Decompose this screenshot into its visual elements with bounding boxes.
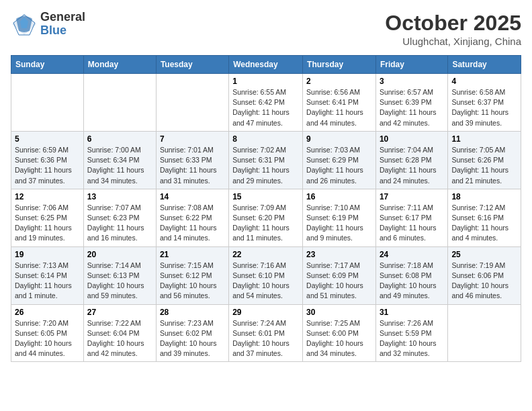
day-number: 8 bbox=[232, 134, 299, 144]
calendar-day-12: 12Sunrise: 7:06 AM Sunset: 6:25 PM Dayli… bbox=[11, 189, 84, 246]
day-number: 20 bbox=[87, 250, 152, 259]
day-info: Sunrise: 6:59 AM Sunset: 6:36 PM Dayligh… bbox=[15, 145, 80, 186]
calendar-day-30: 30Sunrise: 7:25 AM Sunset: 6:00 PM Dayli… bbox=[303, 304, 376, 362]
header-day-wednesday: Wednesday bbox=[229, 56, 303, 74]
calendar-day-14: 14Sunrise: 7:08 AM Sunset: 6:22 PM Dayli… bbox=[156, 189, 228, 246]
calendar-day-19: 19Sunrise: 7:13 AM Sunset: 6:14 PM Dayli… bbox=[11, 246, 84, 304]
day-info: Sunrise: 7:25 AM Sunset: 6:00 PM Dayligh… bbox=[306, 318, 372, 359]
calendar-day-6: 6Sunrise: 7:00 AM Sunset: 6:34 PM Daylig… bbox=[83, 131, 156, 189]
calendar-day-4: 4Sunrise: 6:58 AM Sunset: 6:37 PM Daylig… bbox=[448, 74, 521, 132]
day-info: Sunrise: 7:03 AM Sunset: 6:29 PM Dayligh… bbox=[306, 145, 372, 186]
logo-text: General Blue bbox=[40, 11, 85, 38]
calendar-day-10: 10Sunrise: 7:04 AM Sunset: 6:28 PM Dayli… bbox=[375, 131, 447, 189]
calendar-day-22: 22Sunrise: 7:16 AM Sunset: 6:10 PM Dayli… bbox=[229, 246, 303, 304]
calendar-day-3: 3Sunrise: 6:57 AM Sunset: 6:39 PM Daylig… bbox=[375, 74, 447, 132]
calendar-table: SundayMondayTuesdayWednesdayThursdayFrid… bbox=[11, 55, 521, 362]
header-row: SundayMondayTuesdayWednesdayThursdayFrid… bbox=[11, 56, 521, 74]
day-info: Sunrise: 7:16 AM Sunset: 6:10 PM Dayligh… bbox=[232, 261, 299, 302]
day-info: Sunrise: 6:55 AM Sunset: 6:42 PM Dayligh… bbox=[232, 87, 299, 128]
calendar-header: SundayMondayTuesdayWednesdayThursdayFrid… bbox=[11, 56, 521, 74]
day-info: Sunrise: 7:20 AM Sunset: 6:05 PM Dayligh… bbox=[15, 318, 80, 359]
logo: General Blue bbox=[11, 11, 85, 38]
calendar-body: 1Sunrise: 6:55 AM Sunset: 6:42 PM Daylig… bbox=[11, 74, 521, 362]
day-info: Sunrise: 7:00 AM Sunset: 6:34 PM Dayligh… bbox=[87, 145, 152, 186]
day-info: Sunrise: 7:09 AM Sunset: 6:20 PM Dayligh… bbox=[232, 203, 299, 244]
day-number: 18 bbox=[451, 192, 517, 201]
day-info: Sunrise: 7:13 AM Sunset: 6:14 PM Dayligh… bbox=[15, 261, 80, 302]
calendar-day-7: 7Sunrise: 7:01 AM Sunset: 6:33 PM Daylig… bbox=[156, 131, 228, 189]
day-number: 4 bbox=[451, 77, 517, 86]
day-number: 7 bbox=[160, 134, 225, 144]
day-number: 3 bbox=[380, 77, 444, 86]
day-number: 22 bbox=[232, 250, 299, 259]
calendar-day-21: 21Sunrise: 7:15 AM Sunset: 6:12 PM Dayli… bbox=[156, 246, 228, 304]
calendar-day-1: 1Sunrise: 6:55 AM Sunset: 6:42 PM Daylig… bbox=[229, 74, 303, 132]
calendar-day-11: 11Sunrise: 7:05 AM Sunset: 6:26 PM Dayli… bbox=[448, 131, 521, 189]
day-info: Sunrise: 7:15 AM Sunset: 6:12 PM Dayligh… bbox=[160, 261, 225, 302]
day-info: Sunrise: 7:12 AM Sunset: 6:16 PM Dayligh… bbox=[451, 203, 517, 244]
day-number: 29 bbox=[232, 308, 299, 317]
day-info: Sunrise: 7:11 AM Sunset: 6:17 PM Dayligh… bbox=[380, 203, 444, 244]
day-number: 11 bbox=[451, 134, 517, 144]
day-number: 19 bbox=[15, 250, 80, 259]
day-number: 21 bbox=[160, 250, 225, 259]
day-number: 23 bbox=[306, 250, 372, 259]
calendar-day-13: 13Sunrise: 7:07 AM Sunset: 6:23 PM Dayli… bbox=[83, 189, 156, 246]
day-info: Sunrise: 6:56 AM Sunset: 6:41 PM Dayligh… bbox=[306, 87, 372, 128]
header-day-thursday: Thursday bbox=[303, 56, 376, 74]
day-info: Sunrise: 7:06 AM Sunset: 6:25 PM Dayligh… bbox=[15, 203, 80, 244]
day-number: 26 bbox=[15, 308, 80, 317]
day-info: Sunrise: 7:14 AM Sunset: 6:13 PM Dayligh… bbox=[87, 261, 152, 302]
calendar-day-28: 28Sunrise: 7:23 AM Sunset: 6:02 PM Dayli… bbox=[156, 304, 228, 362]
empty-cell bbox=[83, 74, 156, 132]
calendar-week-3: 12Sunrise: 7:06 AM Sunset: 6:25 PM Dayli… bbox=[11, 189, 521, 246]
day-number: 15 bbox=[232, 192, 299, 201]
day-number: 14 bbox=[160, 192, 225, 201]
day-number: 30 bbox=[306, 308, 372, 317]
calendar-day-26: 26Sunrise: 7:20 AM Sunset: 6:05 PM Dayli… bbox=[11, 304, 84, 362]
day-number: 28 bbox=[160, 308, 225, 317]
page-header: General Blue October 2025 Ulughchat, Xin… bbox=[11, 11, 521, 47]
calendar-day-5: 5Sunrise: 6:59 AM Sunset: 6:36 PM Daylig… bbox=[11, 131, 84, 189]
day-number: 27 bbox=[87, 308, 152, 317]
day-info: Sunrise: 7:24 AM Sunset: 6:01 PM Dayligh… bbox=[232, 318, 299, 359]
calendar-week-2: 5Sunrise: 6:59 AM Sunset: 6:36 PM Daylig… bbox=[11, 131, 521, 189]
day-info: Sunrise: 7:22 AM Sunset: 6:04 PM Dayligh… bbox=[87, 318, 152, 359]
day-number: 12 bbox=[15, 192, 80, 201]
logo-blue: Blue bbox=[40, 24, 85, 38]
day-info: Sunrise: 7:18 AM Sunset: 6:08 PM Dayligh… bbox=[380, 261, 444, 302]
day-number: 13 bbox=[87, 192, 152, 201]
header-day-tuesday: Tuesday bbox=[156, 56, 228, 74]
day-info: Sunrise: 7:19 AM Sunset: 6:06 PM Dayligh… bbox=[451, 261, 517, 302]
day-info: Sunrise: 6:58 AM Sunset: 6:37 PM Dayligh… bbox=[451, 87, 517, 128]
empty-cell bbox=[11, 74, 84, 132]
empty-cell bbox=[156, 74, 228, 132]
calendar-week-5: 26Sunrise: 7:20 AM Sunset: 6:05 PM Dayli… bbox=[11, 304, 521, 362]
day-number: 9 bbox=[306, 134, 372, 144]
day-number: 2 bbox=[306, 77, 372, 86]
header-day-sunday: Sunday bbox=[11, 56, 84, 74]
header-day-saturday: Saturday bbox=[448, 56, 521, 74]
calendar-day-8: 8Sunrise: 7:02 AM Sunset: 6:31 PM Daylig… bbox=[229, 131, 303, 189]
calendar-day-9: 9Sunrise: 7:03 AM Sunset: 6:29 PM Daylig… bbox=[303, 131, 376, 189]
day-number: 31 bbox=[380, 308, 444, 317]
day-info: Sunrise: 7:26 AM Sunset: 5:59 PM Dayligh… bbox=[380, 318, 444, 359]
title-block: October 2025 Ulughchat, Xinjiang, China bbox=[385, 11, 521, 47]
calendar-week-1: 1Sunrise: 6:55 AM Sunset: 6:42 PM Daylig… bbox=[11, 74, 521, 132]
day-info: Sunrise: 7:07 AM Sunset: 6:23 PM Dayligh… bbox=[87, 203, 152, 244]
calendar-day-17: 17Sunrise: 7:11 AM Sunset: 6:17 PM Dayli… bbox=[375, 189, 447, 246]
logo-general: General bbox=[40, 11, 85, 24]
calendar-day-31: 31Sunrise: 7:26 AM Sunset: 5:59 PM Dayli… bbox=[375, 304, 447, 362]
generalblue-logo-icon bbox=[11, 12, 38, 36]
month-title: October 2025 bbox=[385, 11, 521, 36]
day-info: Sunrise: 7:17 AM Sunset: 6:09 PM Dayligh… bbox=[306, 261, 372, 302]
day-number: 25 bbox=[451, 250, 517, 259]
calendar-day-15: 15Sunrise: 7:09 AM Sunset: 6:20 PM Dayli… bbox=[229, 189, 303, 246]
day-info: Sunrise: 7:02 AM Sunset: 6:31 PM Dayligh… bbox=[232, 145, 299, 186]
calendar-day-16: 16Sunrise: 7:10 AM Sunset: 6:19 PM Dayli… bbox=[303, 189, 376, 246]
day-number: 6 bbox=[87, 134, 152, 144]
header-day-friday: Friday bbox=[375, 56, 447, 74]
header-day-monday: Monday bbox=[83, 56, 156, 74]
calendar-week-4: 19Sunrise: 7:13 AM Sunset: 6:14 PM Dayli… bbox=[11, 246, 521, 304]
calendar-day-2: 2Sunrise: 6:56 AM Sunset: 6:41 PM Daylig… bbox=[303, 74, 376, 132]
